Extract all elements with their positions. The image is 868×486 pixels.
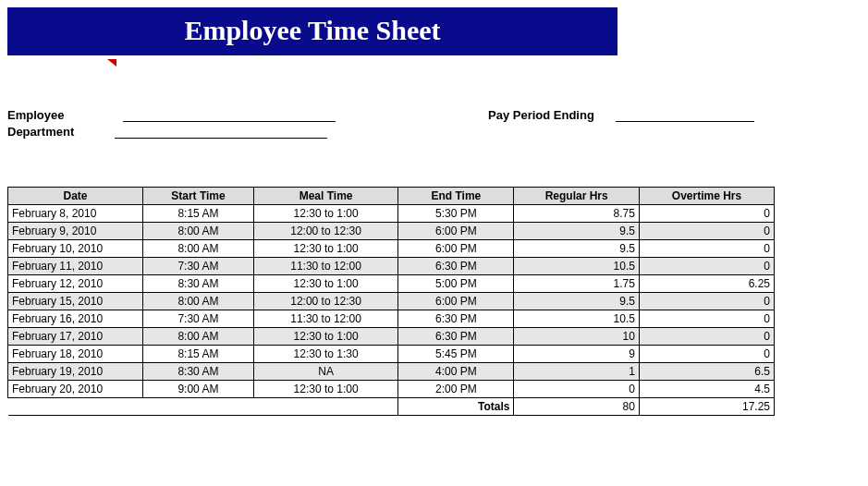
table-row: February 10, 20108:00 AM12:30 to 1:006:0… xyxy=(8,240,775,258)
cell-overtime[interactable]: 4.5 xyxy=(639,381,774,398)
cell-start[interactable]: 8:00 AM xyxy=(142,240,253,258)
cell-overtime[interactable]: 0 xyxy=(639,293,774,310)
cell-meal[interactable]: 12:00 to 12:30 xyxy=(253,223,397,240)
cell-meal[interactable]: 11:30 to 12:00 xyxy=(253,258,397,275)
cell-date[interactable]: February 12, 2010 xyxy=(8,275,143,293)
cell-date[interactable]: February 17, 2010 xyxy=(8,328,143,346)
title-bar: Employee Time Sheet xyxy=(7,7,617,55)
cell-overtime[interactable]: 6.5 xyxy=(639,363,774,381)
totals-regular: 80 xyxy=(514,398,640,416)
cell-end[interactable]: 6:30 PM xyxy=(398,328,514,346)
cell-date[interactable]: February 20, 2010 xyxy=(8,381,143,398)
cell-meal[interactable]: 12:30 to 1:30 xyxy=(253,346,397,363)
cell-regular[interactable]: 8.75 xyxy=(514,205,640,223)
cell-end[interactable]: 4:00 PM xyxy=(398,363,514,381)
cell-end[interactable]: 2:00 PM xyxy=(398,381,514,398)
table-row: February 19, 20108:30 AMNA4:00 PM16.5 xyxy=(8,363,775,381)
totals-overtime: 17.25 xyxy=(639,398,774,416)
cell-end[interactable]: 6:00 PM xyxy=(398,223,514,240)
cell-regular[interactable]: 9.5 xyxy=(514,293,640,310)
table-row: February 20, 20109:00 AM12:30 to 1:002:0… xyxy=(8,381,775,398)
cell-overtime[interactable]: 0 xyxy=(639,240,774,258)
cell-regular[interactable]: 9.5 xyxy=(514,223,640,240)
table-row: February 15, 20108:00 AM12:00 to 12:306:… xyxy=(8,293,775,310)
cell-meal[interactable]: 12:30 to 1:00 xyxy=(253,275,397,293)
cell-end[interactable]: 5:00 PM xyxy=(398,275,514,293)
employee-label: Employee xyxy=(7,108,64,122)
cell-overtime[interactable]: 0 xyxy=(639,328,774,346)
cell-meal[interactable]: 11:30 to 12:00 xyxy=(253,310,397,328)
cell-overtime[interactable]: 0 xyxy=(639,310,774,328)
cell-date[interactable]: February 11, 2010 xyxy=(8,258,143,275)
comment-indicator xyxy=(7,63,617,74)
cell-overtime[interactable]: 0 xyxy=(639,258,774,275)
cell-start[interactable]: 8:00 AM xyxy=(142,328,253,346)
cell-overtime[interactable]: 0 xyxy=(639,205,774,223)
cell-overtime[interactable]: 6.25 xyxy=(639,275,774,293)
cell-start[interactable]: 9:00 AM xyxy=(142,381,253,398)
department-input-line[interactable] xyxy=(115,124,327,139)
cell-date[interactable]: February 8, 2010 xyxy=(8,205,143,223)
cell-date[interactable]: February 19, 2010 xyxy=(8,363,143,381)
info-area: Employee Department Pay Period Ending xyxy=(7,107,765,150)
cell-start[interactable]: 8:15 AM xyxy=(142,346,253,363)
cell-date[interactable]: February 10, 2010 xyxy=(8,240,143,258)
col-regular: Regular Hrs xyxy=(514,188,640,205)
col-start: Start Time xyxy=(142,188,253,205)
svg-marker-0 xyxy=(107,59,116,67)
table-row: February 11, 20107:30 AM11:30 to 12:006:… xyxy=(8,258,775,275)
cell-regular[interactable]: 10 xyxy=(514,328,640,346)
cell-regular[interactable]: 0 xyxy=(514,381,640,398)
page-title: Employee Time Sheet xyxy=(184,15,440,45)
cell-date[interactable]: February 15, 2010 xyxy=(8,293,143,310)
cell-meal[interactable]: 12:30 to 1:00 xyxy=(253,205,397,223)
timesheet-table: Date Start Time Meal Time End Time Regul… xyxy=(7,187,775,416)
totals-blank xyxy=(253,398,397,416)
table-row: February 8, 20108:15 AM12:30 to 1:005:30… xyxy=(8,205,775,223)
pay-period-input-line[interactable] xyxy=(616,107,754,122)
cell-end[interactable]: 5:45 PM xyxy=(398,346,514,363)
cell-regular[interactable]: 1.75 xyxy=(514,275,640,293)
table-row: February 16, 20107:30 AM11:30 to 12:006:… xyxy=(8,310,775,328)
totals-blank xyxy=(8,398,143,416)
table-header-row: Date Start Time Meal Time End Time Regul… xyxy=(8,188,775,205)
cell-meal[interactable]: 12:30 to 1:00 xyxy=(253,240,397,258)
col-overtime: Overtime Hrs xyxy=(639,188,774,205)
cell-date[interactable]: February 16, 2010 xyxy=(8,310,143,328)
cell-regular[interactable]: 9 xyxy=(514,346,640,363)
col-date: Date xyxy=(8,188,143,205)
table-row: February 17, 20108:00 AM12:30 to 1:006:3… xyxy=(8,328,775,346)
cell-regular[interactable]: 9.5 xyxy=(514,240,640,258)
cell-end[interactable]: 6:00 PM xyxy=(398,293,514,310)
cell-regular[interactable]: 1 xyxy=(514,363,640,381)
cell-end[interactable]: 6:00 PM xyxy=(398,240,514,258)
cell-end[interactable]: 6:30 PM xyxy=(398,310,514,328)
totals-row: Totals 80 17.25 xyxy=(8,398,775,416)
cell-date[interactable]: February 18, 2010 xyxy=(8,346,143,363)
cell-meal[interactable]: 12:30 to 1:00 xyxy=(253,381,397,398)
cell-overtime[interactable]: 0 xyxy=(639,346,774,363)
cell-overtime[interactable]: 0 xyxy=(639,223,774,240)
table-row: February 12, 20108:30 AM12:30 to 1:005:0… xyxy=(8,275,775,293)
cell-start[interactable]: 8:30 AM xyxy=(142,275,253,293)
cell-start[interactable]: 8:15 AM xyxy=(142,205,253,223)
table-row: February 9, 20108:00 AM12:00 to 12:306:0… xyxy=(8,223,775,240)
cell-regular[interactable]: 10.5 xyxy=(514,258,640,275)
cell-date[interactable]: February 9, 2010 xyxy=(8,223,143,240)
totals-label: Totals xyxy=(398,398,514,416)
cell-meal[interactable]: 12:00 to 12:30 xyxy=(253,293,397,310)
col-meal: Meal Time xyxy=(253,188,397,205)
table-row: February 18, 20108:15 AM12:30 to 1:305:4… xyxy=(8,346,775,363)
cell-start[interactable]: 7:30 AM xyxy=(142,310,253,328)
cell-end[interactable]: 5:30 PM xyxy=(398,205,514,223)
cell-regular[interactable]: 10.5 xyxy=(514,310,640,328)
cell-end[interactable]: 6:30 PM xyxy=(398,258,514,275)
cell-start[interactable]: 8:00 AM xyxy=(142,293,253,310)
employee-input-line[interactable] xyxy=(123,107,336,122)
cell-meal[interactable]: 12:30 to 1:00 xyxy=(253,328,397,346)
cell-meal[interactable]: NA xyxy=(253,363,397,381)
cell-start[interactable]: 8:30 AM xyxy=(142,363,253,381)
cell-start[interactable]: 7:30 AM xyxy=(142,258,253,275)
totals-blank xyxy=(142,398,253,416)
cell-start[interactable]: 8:00 AM xyxy=(142,223,253,240)
